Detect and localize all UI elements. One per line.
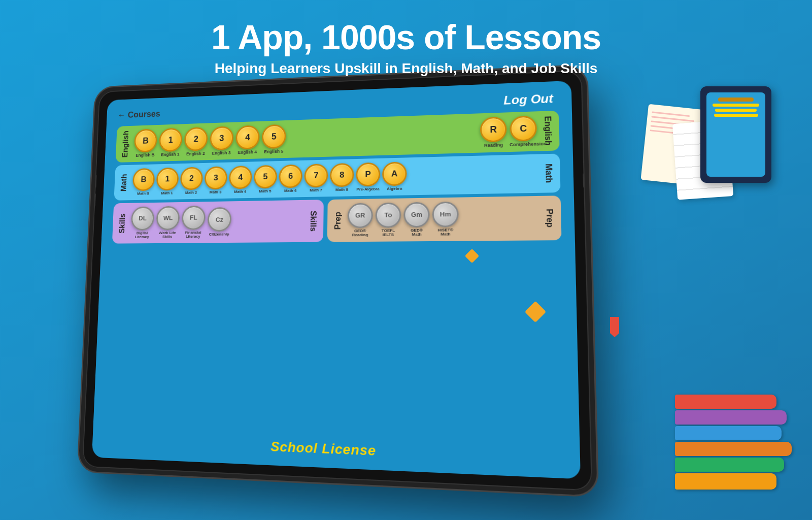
work-life-coin[interactable]: WL Work LifeSkills	[156, 206, 180, 239]
math-coins: B Math B 1 Math 1 2 Math 2 3	[132, 158, 538, 197]
citizenship-coin[interactable]: Cz Citizenship	[207, 207, 231, 237]
tablet-right-buttons	[583, 173, 588, 188]
skills-row: Skills DL DigitalLiteracy WL Work LifeSk…	[112, 200, 324, 244]
tablet-screen: ← Courses Log Out English B English B	[92, 81, 581, 479]
math-8-coin[interactable]: 8 Math 8	[330, 163, 354, 192]
english-3-coin[interactable]: 3 English 3	[210, 126, 234, 156]
math-5-coin[interactable]: 5 Math 5	[253, 165, 277, 194]
ged-math-coin[interactable]: Gm GED®Math	[403, 202, 429, 237]
main-subtitle: Helping Learners Upskill in English, Mat…	[0, 60, 812, 77]
english-4-coin[interactable]: 4 English 4	[235, 125, 260, 155]
vol-down-button	[92, 193, 96, 207]
financial-literacy-coin[interactable]: FL FinancialLiteracy	[181, 205, 206, 239]
digital-literacy-coin[interactable]: DL DigitalLiteracy	[130, 206, 155, 240]
course-rows-area: English B English B 1 English 1	[104, 111, 566, 444]
reading-coin[interactable]: R Reading	[480, 116, 507, 148]
english-row-label-right: English	[540, 116, 553, 146]
tablet-left-buttons	[92, 174, 97, 207]
tablet-frame: ← Courses Log Out English B English B	[78, 66, 597, 496]
skills-prep-area: Skills DL DigitalLiteracy WL Work LifeSk…	[112, 196, 562, 244]
math-4-coin[interactable]: 4 Math 4	[229, 166, 252, 194]
prep-row: Prep GR GED®Reading To TOEFLIELTS	[327, 196, 562, 242]
english-b-coin[interactable]: B English B	[133, 128, 157, 158]
algebra-coin[interactable]: A Algebra	[382, 161, 407, 191]
tablet-device: ← Courses Log Out English B English B	[71, 71, 579, 477]
comprehension-coin[interactable]: C Comprehension	[509, 115, 537, 148]
back-courses-link[interactable]: ← Courses	[117, 109, 160, 120]
ged-reading-coin[interactable]: GR GED®Reading	[347, 203, 373, 238]
english-row-label: English	[121, 131, 132, 157]
skills-row-label: Skills	[118, 213, 128, 233]
english-2-coin[interactable]: 2 English 2	[184, 127, 208, 157]
mini-device-deco	[700, 86, 771, 183]
math-6-coin[interactable]: 6 Math 6	[279, 164, 302, 193]
math-2-coin[interactable]: 2 Math 2	[180, 167, 203, 195]
prep-coins: GR GED®Reading To TOEFLIELTS Gm GED®Math	[347, 201, 458, 238]
ribbon-deco	[610, 317, 619, 337]
main-title: 1 App, 1000s of Lessons	[0, 18, 812, 56]
power-button	[583, 173, 588, 188]
math-3-coin[interactable]: 3 Math 3	[204, 166, 227, 195]
math-row-label: Math	[120, 174, 130, 191]
english-5-coin[interactable]: 5 English 5	[261, 124, 286, 155]
math-row-label-right: Math	[542, 164, 554, 183]
math-7-coin[interactable]: 7 Math 7	[304, 164, 328, 193]
logout-button[interactable]: Log Out	[503, 91, 553, 108]
prep-row-label: Prep	[333, 212, 345, 230]
books-stack	[675, 395, 792, 490]
pre-algebra-coin[interactable]: P Pre-Algebra	[356, 162, 380, 192]
toefl-coin[interactable]: To TOEFLIELTS	[376, 202, 401, 238]
skills-row-label-right: Skills	[307, 210, 318, 231]
prep-row-label-right: Prep	[542, 209, 555, 228]
hiset-coin[interactable]: Hm HiSET®Math	[432, 201, 459, 237]
math-1-coin[interactable]: 1 Math 1	[156, 168, 179, 196]
vol-up-button	[92, 174, 96, 188]
math-b-coin[interactable]: B Math B	[132, 168, 155, 197]
skills-coins: DL DigitalLiteracy WL Work LifeSkills FL…	[130, 205, 232, 240]
english-coins: B English B 1 English 1 2 English 2	[133, 115, 537, 158]
header: 1 App, 1000s of Lessons Helping Learners…	[0, 0, 812, 77]
english-1-coin[interactable]: 1 English 1	[159, 128, 183, 158]
